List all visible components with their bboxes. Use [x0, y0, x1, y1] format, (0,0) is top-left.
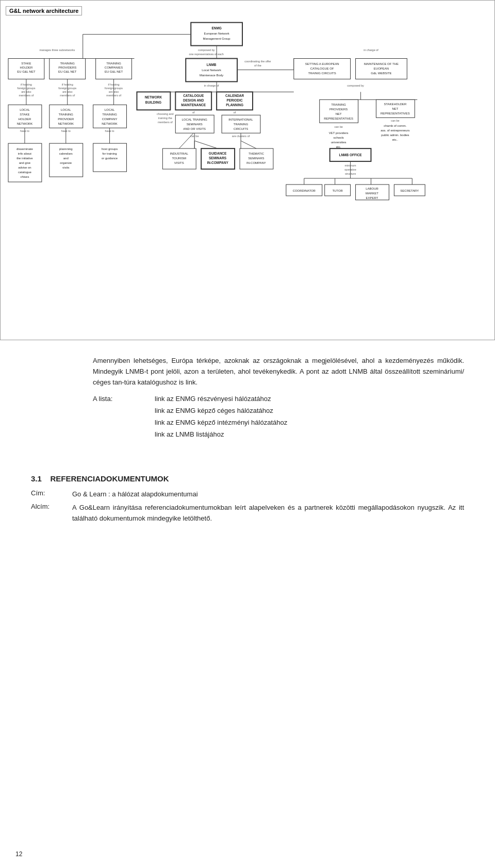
svg-text:NETWORK: NETWORK: [145, 95, 162, 99]
svg-text:THEMATIC: THEMATIC: [249, 152, 265, 155]
svg-text:INTERNATIONAL: INTERNATIONAL: [228, 118, 253, 121]
svg-text:LOCAL: LOCAL: [20, 108, 30, 111]
svg-text:of: of: [192, 111, 195, 114]
svg-text:and give: and give: [19, 161, 31, 164]
svg-text:PERIODIC: PERIODIC: [226, 98, 243, 102]
svg-text:plannning: plannning: [59, 147, 73, 151]
svg-text:manages three subnetworks: manages three subnetworks: [39, 48, 75, 52]
svg-text:LABOUR: LABOUR: [366, 187, 378, 190]
svg-line-187: [179, 133, 193, 148]
ref-content-alcim: A Go&Learn irányítása referenciadokument…: [72, 503, 464, 524]
svg-text:of the: of the: [254, 64, 261, 67]
diagram-section: G&L network architecture ENMG European N…: [0, 0, 495, 340]
svg-text:public admin. bodies: public admin. bodies: [381, 133, 409, 137]
svg-text:etc..: etc..: [392, 138, 399, 141]
svg-text:TRAINING: TRAINING: [60, 62, 75, 65]
svg-text:SEMINARS: SEMINARS: [187, 123, 203, 126]
svg-text:visits: visits: [62, 166, 69, 169]
svg-text:European Network: European Network: [204, 32, 229, 35]
svg-text:COMPANY: COMPANY: [102, 118, 118, 121]
svg-text:and: and: [63, 157, 69, 160]
svg-text:Maintenace Body: Maintenace Body: [200, 74, 223, 77]
svg-text:can be: can be: [391, 119, 399, 122]
svg-text:CATALOGUE OF: CATALOGUE OF: [310, 67, 334, 70]
svg-text:choosing and: choosing and: [157, 112, 174, 115]
diagram-svg: ENMG European Network Management Group m…: [6, 20, 489, 339]
svg-text:chises: chises: [20, 175, 29, 178]
svg-text:IN-COMPANY: IN-COMPANY: [246, 161, 266, 164]
svg-text:TRAINING: TRAINING: [102, 113, 117, 116]
svg-text:SEMINARS: SEMINARS: [248, 157, 264, 160]
svg-text:INDUSTRIAL: INDUSTRIAL: [170, 152, 189, 155]
lista-item-2: link az ENMG képző céges hálózatához: [155, 406, 464, 416]
svg-text:TRAINING: TRAINING: [234, 123, 249, 126]
svg-text:SECRETARY: SECRETARY: [400, 189, 419, 192]
svg-text:composed by: composed by: [347, 84, 364, 87]
lista-item-1: link az ENMG részvényesi hálózatához: [155, 394, 464, 405]
svg-text:PROVIDER: PROVIDER: [58, 118, 74, 121]
lista-item-4: link az LNMB listájához: [155, 429, 464, 440]
section-heading: 3.1 REFERENCIADOKUMENTUMOK: [31, 474, 495, 483]
svg-text:the initiative: the initiative: [16, 157, 33, 160]
svg-text:advise on: advise on: [18, 166, 31, 169]
svg-text:EU G&L NET: EU G&L NET: [105, 70, 123, 73]
section-title: REFERENCIADOKUMENTUMOK: [51, 474, 169, 483]
page-number: 12: [15, 850, 22, 858]
svg-text:PROVIDERS: PROVIDERS: [58, 66, 76, 69]
svg-text:MARKET: MARKET: [366, 192, 378, 195]
svg-text:NETWORK: NETWORK: [17, 122, 33, 125]
svg-text:TOURISM: TOURISM: [172, 157, 186, 160]
svg-text:of: of: [234, 111, 236, 114]
lista-item-3: link az ENMG képző intézményi hálózatáho…: [155, 418, 464, 428]
svg-text:HOLDER: HOLDER: [20, 66, 33, 69]
svg-text:CIRCUITS: CIRCUITS: [234, 127, 248, 130]
text-section: Amennyiben lehetséges, Európa térképe, a…: [0, 340, 495, 459]
ref-row-cim: Cím: Go & Learn : a hálózat alapdokument…: [31, 489, 464, 500]
svg-text:REPRESENTATIVES: REPRESENTATIVES: [324, 117, 353, 120]
svg-text:universities: universities: [331, 141, 346, 144]
svg-text:LNMB: LNMB: [207, 63, 217, 66]
svg-text:AND OR VISITS: AND OR VISITS: [183, 127, 206, 130]
svg-text:Local Network: Local Network: [202, 69, 221, 72]
svg-text:CALENDAR: CALENDAR: [225, 94, 244, 97]
svg-text:VISITS: VISITS: [174, 161, 184, 164]
svg-text:catalogue: catalogue: [18, 171, 32, 174]
diagram-title: G&L network architecture: [6, 6, 82, 15]
svg-text:MAINTENANCE: MAINTENANCE: [181, 103, 206, 107]
svg-text:LOCAL TRAINING: LOCAL TRAINING: [182, 118, 208, 121]
svg-text:Management Group: Management Group: [203, 37, 231, 40]
svg-text:EXPERT: EXPERT: [366, 196, 378, 199]
svg-text:NETWORK: NETWORK: [58, 122, 74, 125]
section-number: 3.1: [31, 474, 42, 483]
svg-text:organize: organize: [60, 161, 72, 164]
ref-label-alcim: Alcím:: [31, 503, 72, 510]
svg-text:G&L WEBSITE: G&L WEBSITE: [371, 72, 391, 75]
svg-text:training the: training the: [158, 116, 172, 120]
svg-text:or guidance: or guidance: [102, 157, 118, 160]
svg-text:members of: members of: [158, 121, 173, 124]
svg-text:TRAINIG CIRCUITS: TRAINIG CIRCUITS: [308, 72, 336, 75]
svg-line-188: [194, 141, 218, 148]
svg-text:STAKE: STAKE: [21, 62, 31, 65]
svg-text:schools: schools: [333, 136, 343, 139]
svg-text:LOCAL: LOCAL: [61, 108, 71, 111]
svg-text:STAKE: STAKE: [20, 113, 29, 116]
svg-text:SETTING A EUROPEAN: SETTING A EUROPEAN: [305, 62, 339, 65]
svg-text:STAKEHOLDER: STAKEHOLDER: [384, 103, 407, 106]
ref-row-alcim: Alcím: A Go&Learn irányítása referenciad…: [31, 503, 464, 524]
svg-text:EU G&L NET: EU G&L NET: [17, 70, 36, 73]
svg-text:info about: info about: [18, 152, 32, 155]
svg-text:HOLDER: HOLDER: [18, 118, 31, 121]
svg-text:LOCAL: LOCAL: [105, 108, 115, 111]
svg-text:chamb of comm.: chamb of comm.: [384, 124, 406, 127]
svg-text:EUOPEAN: EUOPEAN: [374, 67, 389, 70]
svg-text:NET: NET: [336, 112, 342, 115]
svg-text:PROVIDERS: PROVIDERS: [329, 108, 348, 111]
svg-line-189: [241, 141, 256, 148]
main-paragraph: Amennyiben lehetséges, Európa térképe, a…: [93, 356, 464, 388]
svg-text:BUILDING: BUILDING: [145, 101, 161, 104]
lista-content: link az ENMG részvényesi hálózatához lin…: [155, 394, 464, 441]
lista-label: A lista:: [93, 394, 155, 441]
svg-text:NET: NET: [392, 107, 398, 110]
svg-text:MAINTENANCE OF THE: MAINTENANCE OF THE: [364, 62, 399, 65]
